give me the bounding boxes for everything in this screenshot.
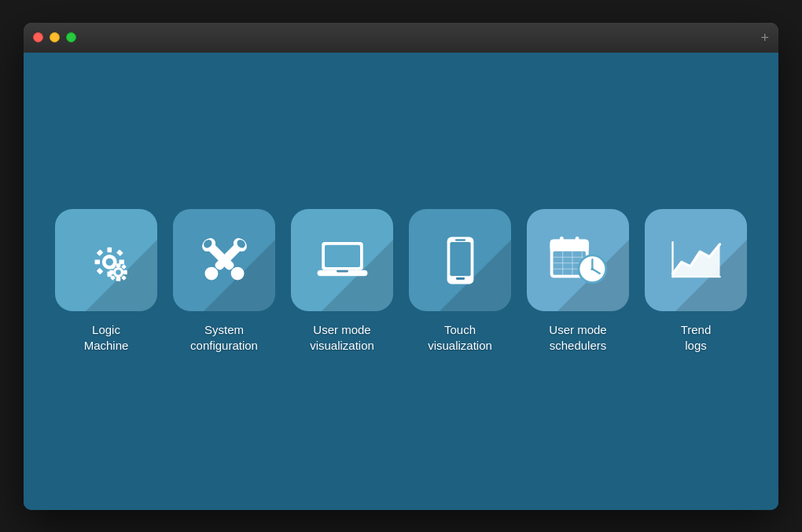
- trend-logs-label: Trendlogs: [681, 322, 712, 353]
- svg-rect-14: [109, 270, 113, 274]
- svg-rect-7: [116, 249, 123, 256]
- svg-rect-42: [576, 237, 579, 244]
- svg-rect-40: [550, 240, 589, 250]
- touch-visualization-icon-box: [409, 209, 511, 311]
- maximize-button[interactable]: [66, 32, 76, 42]
- user-mode-schedulers-label: User modeschedulers: [549, 322, 606, 353]
- svg-rect-15: [123, 270, 127, 274]
- svg-point-1: [105, 258, 112, 265]
- close-button[interactable]: [33, 32, 43, 42]
- user-mode-visualization-icon-box: [291, 209, 393, 311]
- laptop-icon: [313, 231, 372, 290]
- svg-rect-29: [325, 244, 360, 266]
- main-content: LogicMachine: [24, 53, 778, 510]
- user-mode-schedulers-icon-box: [527, 209, 629, 311]
- touch-visualization-label: Touchvisualization: [428, 322, 492, 353]
- svg-rect-19: [121, 275, 127, 281]
- user-mode-visualization-label: User modevisualization: [310, 322, 374, 353]
- traffic-lights: [33, 32, 76, 42]
- svg-rect-12: [116, 263, 120, 267]
- calendar-clock-icon: [546, 229, 609, 292]
- svg-rect-33: [450, 242, 470, 276]
- svg-rect-31: [337, 270, 348, 272]
- svg-rect-41: [560, 237, 564, 244]
- svg-rect-36: [455, 277, 464, 280]
- svg-rect-17: [121, 264, 127, 270]
- system-configuration-label: Systemconfiguration: [190, 322, 258, 353]
- svg-rect-6: [96, 249, 103, 256]
- user-mode-schedulers-item[interactable]: User modeschedulers: [527, 209, 629, 353]
- minimize-button[interactable]: [50, 32, 60, 42]
- trend-logs-item[interactable]: Trendlogs: [645, 209, 747, 353]
- wrench-cross-icon: [195, 231, 254, 290]
- title-bar: +: [24, 23, 778, 53]
- gears-icon: [77, 231, 136, 290]
- touch-visualization-item[interactable]: Touchvisualization: [409, 209, 511, 353]
- user-mode-visualization-item[interactable]: User modevisualization: [291, 209, 393, 353]
- app-window: +: [24, 23, 778, 510]
- svg-point-11: [116, 270, 121, 275]
- svg-rect-35: [454, 239, 465, 240]
- phone-icon: [431, 231, 490, 290]
- system-configuration-item[interactable]: Systemconfiguration: [173, 209, 275, 353]
- svg-marker-55: [672, 244, 719, 276]
- logic-machine-icon-box: [55, 209, 157, 311]
- svg-rect-4: [94, 259, 100, 264]
- logic-machine-item[interactable]: LogicMachine: [55, 209, 157, 353]
- svg-rect-13: [116, 277, 120, 281]
- system-configuration-icon-box: [173, 209, 275, 311]
- chart-icon: [667, 231, 726, 290]
- svg-rect-2: [107, 247, 112, 252]
- icons-grid: LogicMachine: [55, 209, 747, 353]
- add-tab-button[interactable]: +: [760, 31, 769, 45]
- svg-rect-8: [96, 267, 103, 274]
- logic-machine-label: LogicMachine: [84, 322, 129, 353]
- trend-logs-icon-box: [645, 209, 747, 311]
